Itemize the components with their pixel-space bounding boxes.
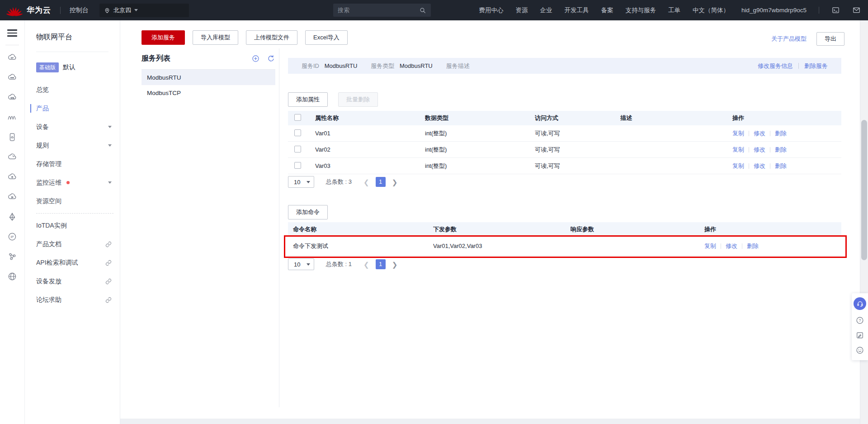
modify-link[interactable]: 修改 bbox=[754, 162, 765, 170]
help-icon[interactable]: ? bbox=[855, 316, 864, 325]
sidebar-item-api-explorer[interactable]: API检索和调试 bbox=[25, 253, 120, 272]
add-service-button[interactable]: 添加服务 bbox=[142, 30, 185, 45]
copy-link[interactable]: 复制 bbox=[732, 129, 744, 138]
cloud-icon[interactable] bbox=[7, 152, 17, 162]
topnav-item-devtools[interactable]: 开发工具 bbox=[564, 6, 589, 14]
external-link-icon bbox=[105, 241, 112, 248]
waves-icon[interactable] bbox=[7, 112, 17, 122]
select-all-checkbox[interactable] bbox=[294, 114, 301, 121]
topnav-item-support[interactable]: 支持与服务 bbox=[625, 6, 656, 14]
region-selector[interactable]: 北京四 bbox=[99, 4, 189, 17]
delete-service-link[interactable]: 删除服务 bbox=[804, 62, 828, 70]
modify-link[interactable]: 修改 bbox=[754, 129, 765, 138]
mail-icon[interactable] bbox=[852, 6, 861, 14]
refresh-icon[interactable] bbox=[267, 54, 275, 63]
service-id-value: ModbusRTU bbox=[325, 62, 358, 69]
add-attribute-button[interactable]: 添加属性 bbox=[288, 92, 328, 107]
menu-icon[interactable] bbox=[7, 28, 17, 38]
add-circle-icon[interactable] bbox=[251, 54, 260, 63]
current-page[interactable]: 1 bbox=[376, 259, 386, 269]
caret-down-icon bbox=[134, 9, 138, 11]
headset-icon[interactable] bbox=[854, 297, 866, 310]
topnav-item-billing[interactable]: 费用中心 bbox=[479, 6, 503, 14]
next-page-icon[interactable]: ❯ bbox=[392, 179, 398, 186]
edition-name: 默认 bbox=[63, 63, 75, 71]
external-link-icon bbox=[105, 260, 112, 266]
topnav-item-ticket[interactable]: 工单 bbox=[668, 6, 680, 14]
page-size-select[interactable]: 10 bbox=[288, 176, 314, 188]
service-item-modbusrtu[interactable]: ModbusRTU bbox=[142, 70, 275, 85]
caret-down-icon bbox=[307, 263, 310, 266]
cloud-more-icon[interactable] bbox=[7, 72, 17, 82]
import-library-model-button[interactable]: 导入库模型 bbox=[193, 30, 238, 45]
cloud-media-icon[interactable] bbox=[7, 192, 17, 202]
modify-link[interactable]: 修改 bbox=[726, 242, 737, 250]
console-link[interactable]: 控制台 bbox=[70, 6, 89, 14]
chevron-down-icon bbox=[108, 126, 112, 128]
mobile-device-icon[interactable] bbox=[7, 132, 17, 142]
sidebar-item-iotda-instance[interactable]: IoTDA实例 bbox=[25, 216, 120, 235]
row-checkbox[interactable] bbox=[294, 162, 301, 169]
huawei-logo[interactable] bbox=[6, 4, 23, 16]
vertical-scrollbar[interactable] bbox=[860, 20, 868, 424]
sidebar-item-overview[interactable]: 总览 bbox=[25, 81, 120, 99]
ip-circle-icon[interactable]: IP bbox=[7, 232, 17, 242]
topnav-item-enterprise[interactable]: 企业 bbox=[540, 6, 552, 14]
modify-link[interactable]: 修改 bbox=[754, 146, 765, 154]
delete-link[interactable]: 删除 bbox=[775, 146, 787, 154]
service-item-modbustcp[interactable]: ModbusTCP bbox=[142, 85, 275, 100]
sidebar-item-forum-help[interactable]: 论坛求助 bbox=[25, 291, 120, 309]
search-input[interactable] bbox=[338, 7, 419, 14]
service-type-label: 服务类型 bbox=[371, 62, 394, 69]
copy-link[interactable]: 复制 bbox=[732, 146, 744, 154]
brand-name[interactable]: 华为云 bbox=[27, 5, 51, 15]
share-nodes-icon[interactable] bbox=[7, 252, 17, 262]
sidebar-item-rules[interactable]: 规则 bbox=[25, 136, 120, 155]
feedback-icon[interactable] bbox=[855, 331, 864, 340]
topnav-item-language[interactable]: 中文（简体） bbox=[693, 6, 729, 14]
prev-page-icon[interactable]: ❮ bbox=[363, 261, 369, 268]
edition-badge: 基础版 bbox=[36, 62, 59, 72]
service-info-bar: 服务ID ModbusRTU 服务类型 ModbusRTU 服务描述 修改服务信… bbox=[288, 58, 841, 74]
modify-service-link[interactable]: 修改服务信息 bbox=[758, 62, 793, 70]
delete-link[interactable]: 删除 bbox=[775, 129, 787, 138]
delete-link[interactable]: 删除 bbox=[747, 242, 759, 250]
prism-icon[interactable] bbox=[7, 212, 17, 222]
batch-delete-button: 批量删除 bbox=[338, 92, 378, 107]
topnav-item-resources[interactable]: 资源 bbox=[515, 6, 528, 14]
search-icon[interactable] bbox=[419, 7, 426, 14]
sidebar-item-resource-space[interactable]: 资源空间 bbox=[25, 192, 120, 210]
smiley-icon[interactable] bbox=[855, 346, 864, 355]
current-page[interactable]: 1 bbox=[376, 177, 386, 187]
cloud-server-icon[interactable] bbox=[7, 52, 17, 62]
terminal-icon[interactable] bbox=[831, 6, 840, 14]
sidebar-item-devices[interactable]: 设备 bbox=[25, 118, 120, 136]
cloud-upload-icon[interactable] bbox=[7, 172, 17, 182]
sidebar-item-monitoring[interactable]: 监控运维 bbox=[25, 173, 120, 192]
delete-link[interactable]: 删除 bbox=[775, 162, 787, 170]
sidebar-item-device-provisioning[interactable]: 设备发放 bbox=[25, 272, 120, 291]
scrollbar-thumb[interactable] bbox=[861, 120, 867, 260]
total-count: 总条数 : 3 bbox=[326, 178, 352, 186]
account-id[interactable]: hid_g90m7wbmdrp9oc5 bbox=[741, 7, 807, 14]
floating-help-toolbar: ? bbox=[852, 293, 868, 360]
svg-text:?: ? bbox=[859, 318, 861, 323]
next-page-icon[interactable]: ❯ bbox=[392, 261, 398, 268]
attributes-table: 属性名称 数据类型 访问方式 描述 操作 Var01 int(整型) 可读,可写… bbox=[288, 111, 841, 174]
service-list-title: 服务列表 bbox=[142, 54, 170, 63]
sidebar-item-products[interactable]: 产品 bbox=[25, 99, 120, 118]
row-checkbox[interactable] bbox=[294, 146, 301, 152]
topnav-left: 华为云 控制台 北京四 bbox=[0, 4, 189, 17]
cloud-list-icon[interactable] bbox=[7, 92, 17, 102]
sidebar-item-product-docs[interactable]: 产品文档 bbox=[25, 235, 120, 253]
globe-icon[interactable] bbox=[7, 272, 17, 281]
prev-page-icon[interactable]: ❮ bbox=[363, 179, 369, 186]
sidebar-item-storage[interactable]: 存储管理 bbox=[25, 155, 120, 173]
page-size-select[interactable]: 10 bbox=[288, 258, 314, 270]
page-background-strip bbox=[120, 419, 868, 424]
add-command-button[interactable]: 添加命令 bbox=[288, 205, 328, 219]
row-checkbox[interactable] bbox=[294, 129, 301, 136]
copy-link[interactable]: 复制 bbox=[732, 162, 744, 170]
topnav-item-icp[interactable]: 备案 bbox=[601, 6, 613, 14]
copy-link[interactable]: 复制 bbox=[704, 242, 716, 250]
